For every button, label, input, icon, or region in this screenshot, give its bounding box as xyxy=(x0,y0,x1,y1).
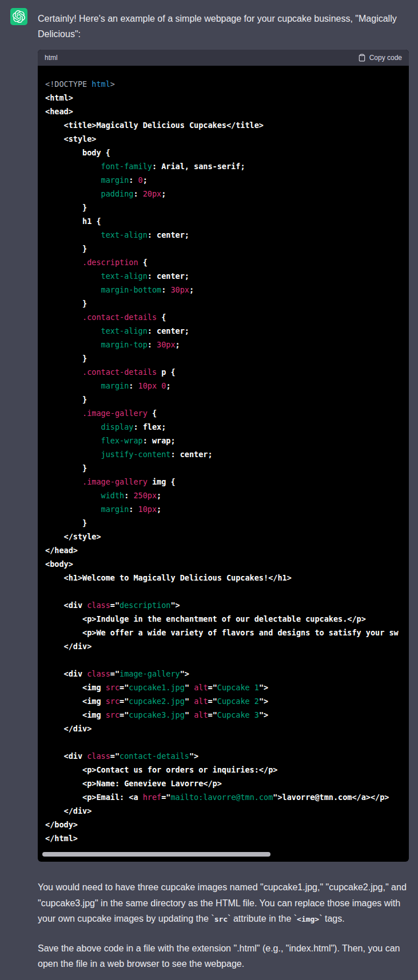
clipboard-icon xyxy=(358,54,366,62)
code-line: h1 { xyxy=(45,214,409,228)
copy-code-button[interactable]: Copy code xyxy=(358,54,402,62)
assistant-avatar xyxy=(10,8,27,25)
code-line: margin: 10px 0; xyxy=(45,379,409,393)
code-line: margin-bottom: 30px; xyxy=(45,283,409,297)
openai-logo-icon xyxy=(13,10,25,23)
code-line: font-family: Arial, sans-serif; xyxy=(45,159,409,173)
code-line: </body> xyxy=(45,818,409,831)
code-line xyxy=(45,735,409,749)
copy-code-label: Copy code xyxy=(369,54,402,62)
code-line: <p>Contact us for orders or inquiries:</… xyxy=(45,763,409,777)
message-outro: You would need to have three cupcake ima… xyxy=(38,879,409,972)
code-line xyxy=(45,653,409,667)
code-language-label: html xyxy=(45,54,58,62)
inline-code: src xyxy=(214,915,228,923)
code-line: justify-content: center; xyxy=(45,447,409,461)
code-line: text-align: center; xyxy=(45,269,409,283)
code-line: .description { xyxy=(45,255,409,269)
code-line: <p>Name: Genevieve Lavorre</p> xyxy=(45,777,409,790)
code-line: <p>Email: <a href="mailto:lavorre@tmn.co… xyxy=(45,790,409,804)
code-line: <img src="cupcake3.jpg" alt="Cupcake 3"> xyxy=(45,708,409,722)
code-line: } xyxy=(45,201,409,214)
code-line: <title>Magically Delicious Cupcakes</tit… xyxy=(45,118,409,132)
code-line: <head> xyxy=(45,105,409,118)
code-line: margin-top: 30px; xyxy=(45,338,409,351)
code-line: .contact-details { xyxy=(45,310,409,324)
code-line: } xyxy=(45,351,409,365)
code-line: text-align: center; xyxy=(45,324,409,338)
code-line: <div class="description"> xyxy=(45,598,409,612)
message-intro-text: Certainly! Here's an example of a simple… xyxy=(38,8,409,42)
code-line: flex-wrap: wrap; xyxy=(45,434,409,447)
code-line: .contact-details p { xyxy=(45,365,409,379)
code-block-header: html Copy code xyxy=(38,50,409,66)
code-line: <div class="contact-details"> xyxy=(45,749,409,763)
code-line: width: 250px; xyxy=(45,489,409,502)
code-line: padding: 20px; xyxy=(45,187,409,201)
code-line: margin: 0; xyxy=(45,173,409,187)
code-block: html Copy code <!DOCTYPE html><html><hea… xyxy=(38,50,409,862)
code-content[interactable]: <!DOCTYPE html><html><head> <title>Magic… xyxy=(38,66,409,847)
assistant-message: Certainly! Here's an example of a simple… xyxy=(0,0,418,972)
code-line: </head> xyxy=(45,543,409,557)
code-line: <!DOCTYPE html> xyxy=(45,77,409,91)
code-line: <img src="cupcake2.jpg" alt="Cupcake 2"> xyxy=(45,694,409,708)
code-line: </div> xyxy=(45,722,409,735)
code-line: } xyxy=(45,297,409,310)
scrollbar-thumb[interactable] xyxy=(42,852,270,857)
outro-paragraph-2: Save the above code in a file with the e… xyxy=(38,941,409,972)
code-line: display: flex; xyxy=(45,420,409,434)
code-line: <style> xyxy=(45,132,409,146)
code-line: body { xyxy=(45,146,409,159)
code-line: </html> xyxy=(45,831,409,845)
code-line: } xyxy=(45,393,409,406)
code-line: } xyxy=(45,461,409,475)
code-line: </div> xyxy=(45,804,409,818)
code-line: </div> xyxy=(45,639,409,653)
code-line xyxy=(45,585,409,598)
code-line: margin: 10px; xyxy=(45,502,409,516)
code-line: <div class="image-gallery"> xyxy=(45,667,409,681)
code-line: } xyxy=(45,242,409,255)
code-line: <p>We offer a wide variety of flavors an… xyxy=(45,626,409,639)
code-line: <p>Indulge in the enchantment of our del… xyxy=(45,612,409,626)
outro-paragraph-1: You would need to have three cupcake ima… xyxy=(38,879,409,927)
code-line: .image-gallery { xyxy=(45,406,409,420)
horizontal-scrollbar[interactable] xyxy=(42,852,404,857)
code-line: <h1>Welcome to Magically Delicious Cupca… xyxy=(45,571,409,585)
code-line: } xyxy=(45,516,409,530)
code-line: <body> xyxy=(45,557,409,571)
code-line: <html> xyxy=(45,91,409,105)
inline-code: <img> xyxy=(297,915,319,923)
code-line: text-align: center; xyxy=(45,228,409,242)
code-line: <img src="cupcake1.jpg" alt="Cupcake 1"> xyxy=(45,681,409,694)
code-line: .image-gallery img { xyxy=(45,475,409,489)
code-line: </style> xyxy=(45,530,409,543)
